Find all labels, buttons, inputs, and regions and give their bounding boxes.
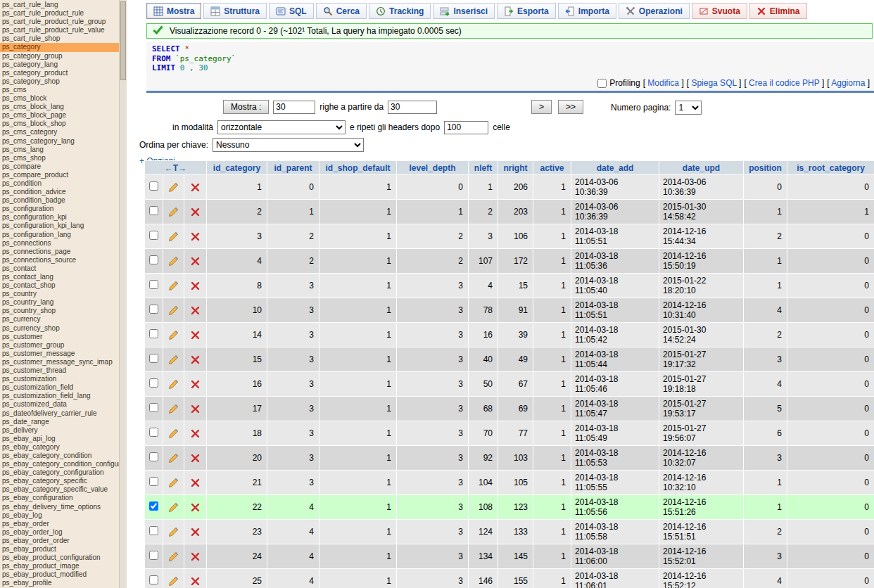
delete-icon[interactable] (191, 207, 200, 217)
edit-icon[interactable] (168, 477, 179, 487)
edit-icon[interactable] (168, 354, 179, 364)
sidebar-item[interactable]: ps_ebay_log (0, 511, 120, 520)
sidebar-item[interactable]: ps_configuration_lang (0, 231, 120, 239)
repeat-headers-input[interactable] (444, 121, 488, 134)
edit-icon[interactable] (168, 255, 179, 265)
sidebar-item[interactable]: ps_ebay_category_condition_configuration (0, 460, 120, 468)
sidebar-item[interactable]: ps_dateofdelivery_carrier_rule (0, 409, 120, 418)
row-checkbox[interactable] (149, 231, 158, 240)
sidebar-item[interactable]: ps_customization (0, 375, 120, 383)
delete-icon[interactable] (191, 527, 200, 537)
edit-icon[interactable] (168, 181, 179, 191)
sidebar-item[interactable]: ps_configuration_kpi (0, 213, 120, 222)
sidebar-item[interactable]: ps_compare (0, 162, 120, 171)
row-checkbox[interactable] (149, 255, 158, 264)
sidebar-item[interactable]: ps_condition_badge (0, 196, 120, 205)
sidebar-item[interactable]: ps_currency (0, 315, 120, 324)
row-checkbox[interactable] (149, 428, 158, 437)
tab-inserisci[interactable]: Inserisci (433, 3, 495, 19)
column-header-id-category[interactable]: id_category (207, 161, 267, 175)
sidebar-item[interactable]: ps_date_range (0, 418, 120, 426)
delete-icon[interactable] (191, 330, 200, 340)
sidebar-scrollbar[interactable] (119, 0, 127, 588)
row-checkbox[interactable] (149, 477, 158, 486)
sidebar-item[interactable]: ps_category_product (0, 69, 120, 77)
column-header-id-shop-default[interactable]: id_shop_default (319, 161, 397, 175)
sidebar-item[interactable]: ps_cms_category (0, 128, 120, 136)
row-checkbox[interactable] (149, 551, 158, 560)
query-link[interactable]: Aggiorna (831, 78, 865, 88)
sidebar-item[interactable]: ps_cms_block_page (0, 111, 120, 120)
tab-cerca[interactable]: Cerca (316, 3, 367, 19)
tab-mostra[interactable]: Mostra (146, 3, 201, 19)
edit-icon[interactable] (168, 305, 179, 314)
next-page-button[interactable]: > (531, 100, 552, 114)
sidebar-item[interactable]: ps_currency_shop (0, 324, 120, 333)
tab-sql[interactable]: SQL (269, 3, 314, 19)
sidebar-item[interactable]: ps_ebay_product_configuration (0, 554, 120, 562)
row-checkbox[interactable] (149, 403, 158, 412)
row-checkbox[interactable] (149, 329, 158, 338)
sidebar-item[interactable]: ps_ebay_category_specific (0, 477, 120, 485)
sidebar-item[interactable]: ps_ebay_api_log (0, 435, 120, 443)
show-button[interactable]: Mostra : (223, 100, 269, 114)
edit-icon[interactable] (168, 575, 179, 585)
scrollbar-thumb[interactable] (120, 1, 126, 80)
edit-icon[interactable] (168, 428, 179, 437)
last-page-button[interactable]: >> (558, 100, 583, 114)
delete-icon[interactable] (191, 502, 200, 512)
edit-icon[interactable] (168, 526, 179, 536)
tab-tracking[interactable]: Tracking (369, 3, 431, 19)
edit-icon[interactable] (168, 231, 179, 241)
sidebar-item[interactable]: ps_cms_block_shop (0, 120, 120, 128)
edit-icon[interactable] (168, 378, 179, 388)
row-checkbox[interactable] (149, 206, 158, 215)
sidebar-item[interactable]: ps_cart_rule_product_rule (0, 9, 120, 18)
sidebar-item[interactable]: ps_ebay_configuration (0, 494, 120, 502)
column-header-id-parent[interactable]: id_parent (267, 161, 319, 175)
column-header-position[interactable]: position (744, 161, 787, 175)
sidebar-item[interactable]: ps_country (0, 290, 120, 298)
row-checkbox[interactable] (149, 526, 158, 535)
row-checkbox[interactable] (149, 378, 158, 388)
query-link[interactable]: Spiega SQL (691, 78, 736, 88)
page-number-select[interactable]: 1 (675, 101, 702, 115)
sidebar-item[interactable]: ps_ebay_category_condition (0, 452, 120, 460)
sidebar-item[interactable]: ps_configuration_kpi_lang (0, 222, 120, 230)
profiling-checkbox[interactable] (597, 79, 607, 88)
sidebar-item[interactable]: ps_ebay_category_configuration (0, 468, 120, 477)
delete-icon[interactable] (191, 453, 200, 463)
sort-key-select[interactable]: Nessuno (213, 138, 364, 152)
column-header-active[interactable]: active (533, 161, 571, 175)
sidebar-item[interactable]: ps_cms_lang (0, 146, 120, 154)
sidebar-item[interactable]: ps_cart_rule_shop (0, 34, 120, 43)
sidebar-item[interactable]: ps_customization_field_lang (0, 392, 120, 400)
row-checkbox[interactable] (149, 305, 158, 314)
sidebar-item[interactable]: ps_customer (0, 333, 120, 341)
sidebar-item[interactable]: ps_cms_shop (0, 154, 120, 162)
delete-icon[interactable] (191, 478, 200, 487)
sidebar-item[interactable]: ps_customization_field (0, 383, 120, 392)
sidebar-item[interactable]: ps_category_group (0, 52, 120, 60)
sidebar-item[interactable]: ps_contact (0, 264, 120, 273)
sidebar-item[interactable]: ps_cms (0, 86, 120, 94)
column-header-date-upd[interactable]: date_upd (659, 161, 744, 175)
sidebar-item[interactable]: ps_category_shop (0, 77, 120, 86)
sidebar-item[interactable]: ps_condition (0, 179, 120, 188)
sidebar-item[interactable]: ps_ebay_order_log (0, 528, 120, 537)
tab-svuota[interactable]: Svuota (692, 3, 747, 19)
delete-icon[interactable] (191, 256, 200, 266)
sidebar-item[interactable]: ps_connections (0, 239, 120, 248)
sidebar-item[interactable]: ps_cms_category_lang (0, 137, 120, 146)
sidebar-item[interactable]: ps_ebay_product_modified (0, 570, 120, 579)
column-header-is-root-category[interactable]: is_root_category (787, 161, 874, 175)
tab-importa[interactable]: Importa (558, 3, 616, 19)
column-header-nleft[interactable]: nleft (469, 161, 498, 175)
column-header-level-depth[interactable]: level_depth (397, 161, 469, 175)
transpose-control[interactable]: ←T→ (145, 161, 207, 175)
start-row-input[interactable] (388, 101, 437, 114)
column-header-nright[interactable]: nright (498, 161, 533, 175)
sidebar-item[interactable]: ps_connections_page (0, 248, 120, 256)
sidebar-item[interactable]: ps_cms_block (0, 94, 120, 103)
edit-icon[interactable] (168, 551, 179, 561)
